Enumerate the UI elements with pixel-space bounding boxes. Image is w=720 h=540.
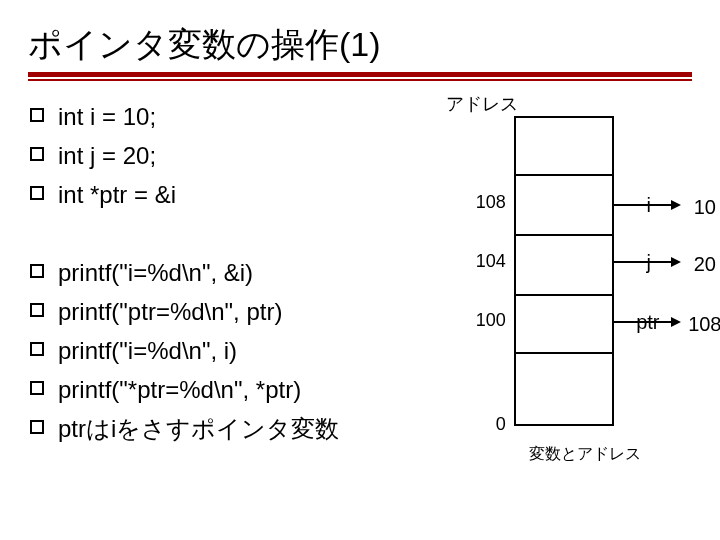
- arrow-icon: [614, 261, 679, 263]
- code-line: int i = 10;: [58, 98, 386, 135]
- square-bullet-icon: [30, 186, 44, 200]
- slide-body: int i = 10; int j = 20; int *ptr = &i pr…: [28, 96, 692, 476]
- arrow-icon: [614, 321, 679, 323]
- memory-diagram: アドレス 108 104 100 0 i j ptr 10 20 108 変数と…: [394, 96, 692, 476]
- square-bullet-icon: [30, 108, 44, 122]
- list-item: int i = 10;: [28, 98, 386, 135]
- address-label: 100: [456, 310, 506, 331]
- square-bullet-icon: [30, 381, 44, 395]
- address-heading: アドレス: [446, 92, 518, 116]
- list-item: int *ptr = &i: [28, 176, 386, 213]
- code-line: printf("i=%d\n", i): [58, 332, 386, 369]
- code-line: int j = 20;: [58, 137, 386, 174]
- diagram-caption: 変数とアドレス: [529, 444, 641, 465]
- code-column: int i = 10; int j = 20; int *ptr = &i pr…: [28, 96, 386, 476]
- title-rule: [28, 72, 692, 82]
- memory-divider: [516, 174, 612, 176]
- memory-divider: [516, 234, 612, 236]
- list-item: int j = 20;: [28, 137, 386, 174]
- slide: ポインタ変数の操作(1) int i = 10; int j = 20; int…: [0, 0, 720, 540]
- variable-value: 108: [684, 313, 720, 336]
- code-line: printf("i=%d\n", &i): [58, 254, 386, 291]
- memory-divider: [516, 352, 612, 354]
- list-item: printf("*ptr=%d\n", *ptr): [28, 371, 386, 408]
- code-list-1: int i = 10; int j = 20; int *ptr = &i: [28, 98, 386, 214]
- address-label: 0: [486, 414, 506, 435]
- code-line: printf("ptr=%d\n", ptr): [58, 293, 386, 330]
- code-line: printf("*ptr=%d\n", *ptr): [58, 371, 386, 408]
- variable-value: 10: [686, 196, 720, 219]
- square-bullet-icon: [30, 264, 44, 278]
- code-line: int *ptr = &i: [58, 176, 386, 213]
- variable-value: 20: [686, 253, 720, 276]
- address-label: 108: [456, 192, 506, 213]
- page-title: ポインタ変数の操作(1): [28, 22, 692, 68]
- list-item: ptrはiをさすポインタ変数: [28, 410, 386, 447]
- code-list-2: printf("i=%d\n", &i) printf("ptr=%d\n", …: [28, 254, 386, 448]
- list-item: printf("i=%d\n", &i): [28, 254, 386, 291]
- code-line: ptrはiをさすポインタ変数: [58, 410, 386, 447]
- arrow-icon: [614, 204, 679, 206]
- address-label: 104: [456, 251, 506, 272]
- square-bullet-icon: [30, 420, 44, 434]
- square-bullet-icon: [30, 342, 44, 356]
- memory-divider: [516, 294, 612, 296]
- list-item: printf("ptr=%d\n", ptr): [28, 293, 386, 330]
- list-item: printf("i=%d\n", i): [28, 332, 386, 369]
- square-bullet-icon: [30, 147, 44, 161]
- square-bullet-icon: [30, 303, 44, 317]
- memory-box: [514, 116, 614, 426]
